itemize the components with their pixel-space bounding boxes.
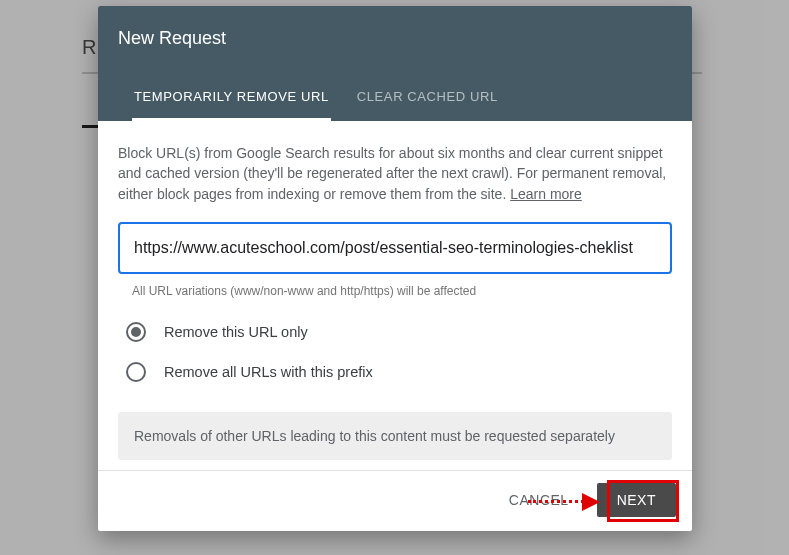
radio-icon	[126, 362, 146, 382]
note-box: Removals of other URLs leading to this c…	[118, 412, 672, 460]
dialog-header: New Request TEMPORARILY REMOVE URL CLEAR…	[98, 6, 692, 121]
dialog-title: New Request	[118, 28, 672, 49]
radio-label: Remove this URL only	[164, 324, 308, 340]
tab-clear-cached-url[interactable]: CLEAR CACHED URL	[355, 77, 500, 121]
dialog-description: Block URL(s) from Google Search results …	[118, 143, 672, 204]
learn-more-link[interactable]: Learn more	[510, 186, 582, 202]
option-remove-this-url-only[interactable]: Remove this URL only	[118, 312, 672, 352]
tab-temporarily-remove-url[interactable]: TEMPORARILY REMOVE URL	[132, 77, 331, 121]
url-input[interactable]	[118, 222, 672, 274]
radio-icon	[126, 322, 146, 342]
dialog-body: Block URL(s) from Google Search results …	[98, 121, 692, 470]
cancel-button[interactable]: CANCEL	[489, 483, 589, 517]
option-remove-all-with-prefix[interactable]: Remove all URLs with this prefix	[118, 352, 672, 392]
dialog-footer: CANCEL NEXT	[98, 470, 692, 531]
url-helper-text: All URL variations (www/non-www and http…	[132, 284, 672, 298]
dialog-tabs: TEMPORARILY REMOVE URL CLEAR CACHED URL	[118, 77, 672, 121]
next-button[interactable]: NEXT	[597, 483, 676, 517]
radio-label: Remove all URLs with this prefix	[164, 364, 373, 380]
dialog-description-text: Block URL(s) from Google Search results …	[118, 145, 666, 202]
new-request-dialog: New Request TEMPORARILY REMOVE URL CLEAR…	[98, 6, 692, 531]
